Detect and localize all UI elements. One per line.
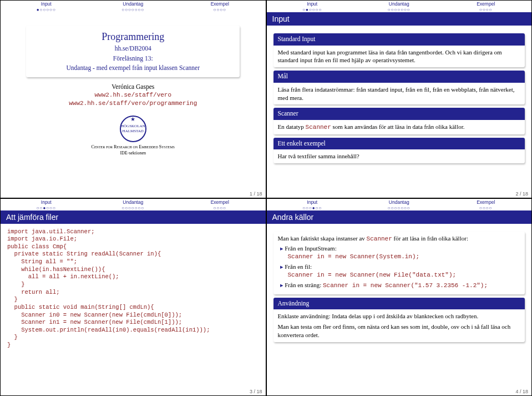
frame-title: Input: [267, 12, 532, 26]
slide-title: Input●○○○○○ Undantag○○○○○○○ Exempel○○○○ …: [0, 0, 266, 198]
lecture-subtitle: Undantag - med exempel från input klasse…: [32, 64, 234, 73]
nav-undantag[interactable]: Undantag○○○○○○○: [356, 1, 443, 12]
list-item: Från en InputStream:Scanner in = new Sca…: [280, 244, 521, 261]
code-listing: import java.util.Scanner; import java.io…: [7, 228, 259, 349]
block-usage: Användning Enklaste användning: Indata d…: [273, 298, 525, 342]
page-number: 4 / 18: [515, 389, 528, 394]
nav-bar: Input○○○●○○ Undantag○○○○○○○ Exempel○○○○: [267, 199, 532, 210]
block-goal: Mål Läsa från flera indataströmmar: från…: [273, 71, 525, 104]
usage-line-1: Enklaste användning: Indata delas upp i …: [278, 312, 521, 320]
author-name: Verónica Gaspes: [7, 83, 259, 92]
source-list: Från en InputStream:Scanner in = new Sca…: [278, 244, 521, 289]
block-title: Ett enkelt exempel: [273, 138, 525, 150]
slide-input: Input○●○○○○ Undantag○○○○○○○ Exempel○○○○ …: [266, 0, 533, 198]
nav-undantag[interactable]: Undantag○○○○○○○: [90, 199, 177, 210]
frame-title: Andra källor: [267, 210, 532, 224]
title-content: Programmering hh.se/DB2004 Föreläsning 1…: [1, 12, 266, 198]
block-body: Läsa från flera indataströmmar: från sta…: [273, 83, 525, 105]
block-title: Scanner: [273, 108, 525, 120]
slide-other-sources: Input○○○●○○ Undantag○○○○○○○ Exempel○○○○ …: [266, 198, 533, 397]
course-title: Programmering: [32, 30, 234, 43]
block-body: Man kan faktiskt skapa instanser av Scan…: [273, 232, 525, 294]
block-example: Ett enkelt exempel Har två textfiler sam…: [273, 138, 525, 163]
nav-exempel[interactable]: Exempel○○○○: [443, 199, 530, 210]
block-standard-input: Standard Input Med standard input kan pr…: [273, 33, 525, 67]
block-title: Mål: [273, 71, 525, 83]
block-scanner: Scanner En datatyp Scanner som kan använ…: [273, 108, 525, 134]
author-url-2[interactable]: www2.hh.se/staff/vero/programmering: [7, 99, 259, 108]
list-item: Från en sträng: Scanner in = new Scanner…: [280, 281, 521, 290]
nav-exempel[interactable]: Exempel○○○○: [176, 1, 264, 12]
university-logo-icon: HÖGSKOLAN HALMSTAD: [120, 116, 146, 142]
section-name: IDE-sektionen: [7, 151, 259, 157]
nav-bar: Input○○●○○○ Undantag○○○○○○○ Exempel○○○○: [1, 199, 266, 210]
nav-input[interactable]: Input○○●○○○: [3, 199, 90, 210]
nav-exempel[interactable]: Exempel○○○○: [176, 199, 264, 210]
block-body: Enklaste användning: Indata delas upp i …: [273, 309, 525, 342]
block-body: En datatyp Scanner som kan användas för …: [273, 120, 525, 134]
lecture-number: Föreläsning 13:: [32, 54, 234, 63]
block-body: Med standard input kan programmet läsa i…: [273, 46, 525, 68]
nav-bar: Input○●○○○○ Undantag○○○○○○○ Exempel○○○○: [267, 1, 532, 12]
slide-compare-files: Input○○●○○○ Undantag○○○○○○○ Exempel○○○○ …: [0, 198, 266, 397]
block-title: Standard Input: [273, 33, 525, 46]
nav-bar: Input●○○○○○ Undantag○○○○○○○ Exempel○○○○: [1, 1, 266, 12]
nav-exempel[interactable]: Exempel○○○○: [443, 1, 530, 12]
center-name: Center for Research on Embedded Systems: [7, 144, 259, 151]
frame-title: Att jämföra filer: [1, 210, 266, 224]
usage-line-2: Man kan testa om fler ord finns, om näst…: [278, 323, 521, 339]
course-code: hh.se/DB2004: [32, 44, 234, 53]
list-item: Från en fil:Scanner in = new Scanner(new…: [280, 263, 521, 279]
page-number: 3 / 18: [250, 389, 262, 394]
slide-content: Standard Input Med standard input kan pr…: [267, 26, 532, 198]
author-url-1[interactable]: www2.hh.se/staff/vero: [7, 91, 259, 99]
page-number: 1 / 18: [250, 191, 262, 197]
block-title: Användning: [273, 298, 525, 310]
nav-input[interactable]: Input○●○○○○: [269, 1, 356, 12]
nav-undantag[interactable]: Undantag○○○○○○○: [90, 1, 177, 12]
block-sources: Man kan faktiskt skapa instanser av Scan…: [273, 232, 525, 294]
slide-content: Man kan faktiskt skapa instanser av Scan…: [267, 224, 532, 396]
author-block: Verónica Gaspes www2.hh.se/staff/vero ww…: [7, 83, 259, 108]
nav-undantag[interactable]: Undantag○○○○○○○: [356, 199, 443, 210]
nav-input[interactable]: Input●○○○○○: [3, 1, 90, 12]
page-number: 2 / 18: [515, 191, 528, 197]
block-body: Har två textfiler samma innehåll?: [273, 149, 525, 163]
nav-input[interactable]: Input○○○●○○: [269, 199, 356, 210]
title-box: Programmering hh.se/DB2004 Föreläsning 1…: [26, 26, 240, 77]
slide-content: import java.util.Scanner; import java.io…: [1, 224, 266, 396]
